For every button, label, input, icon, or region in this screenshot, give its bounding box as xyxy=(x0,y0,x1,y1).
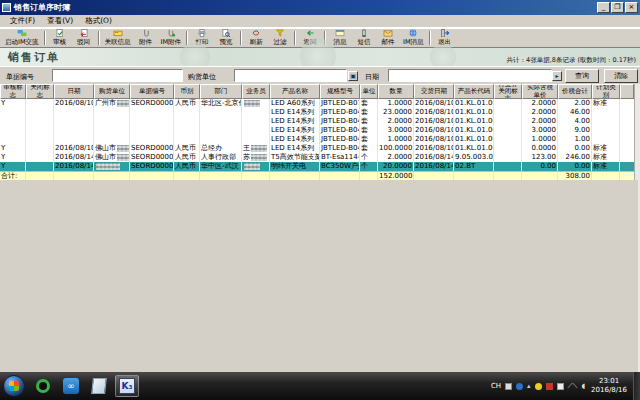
grid-cell-billno[interactable] xyxy=(130,108,174,117)
table-row[interactable]: Y2016/08/14佛山市SEORD000003人民币人事行政部苏T5高效节能… xyxy=(0,153,634,162)
grid-cell-close[interactable] xyxy=(26,135,54,144)
keyboard-icon[interactable] xyxy=(505,383,512,390)
grid-cell-price[interactable]: 2.0000 xyxy=(522,99,558,108)
grid-cell-total[interactable]: 0.00 xyxy=(558,144,592,153)
grid-cell-customer[interactable] xyxy=(94,162,130,171)
grid-cell-longcode[interactable]: 01.KL.01.00 xyxy=(454,117,494,126)
vertical-scrollbar[interactable] xyxy=(634,84,640,180)
grid-cell-date[interactable] xyxy=(54,108,94,117)
grid-cell-total[interactable]: 46.00 xyxy=(558,108,592,117)
grid-cell-customer[interactable] xyxy=(94,135,130,144)
grid-cell-total[interactable]: 4.00 xyxy=(558,117,592,126)
column-header-dept[interactable]: 部门 xyxy=(200,84,242,99)
column-header-rowclose[interactable]: 行业务关闭标志 xyxy=(494,84,522,99)
grid-cell-delivery[interactable]: 2016/08/14 xyxy=(414,162,454,171)
grid-cell-dept[interactable]: 人事行政部 xyxy=(200,153,242,162)
grid-cell-price[interactable]: 3.0000 xyxy=(522,126,558,135)
grid-cell-qty[interactable]: 1.0000 xyxy=(378,135,414,144)
grid-cell-delivery[interactable]: 2016/08/10 xyxy=(414,135,454,144)
column-header-product[interactable]: 产品名称 xyxy=(270,84,320,99)
grid-cell-currency[interactable] xyxy=(174,126,200,135)
grid-cell-audit[interactable] xyxy=(0,108,26,117)
customer-input[interactable] xyxy=(234,69,347,82)
grid-cell-price[interactable]: 0.00 xyxy=(522,162,558,171)
grid-cell-customer[interactable]: 佛山市 xyxy=(94,153,130,162)
table-row[interactable]: Y2016/08/10广州市SEORD000001人民币华北区-北京代LED A… xyxy=(0,99,634,108)
grid-cell-close[interactable] xyxy=(26,126,54,135)
grid-cell-product[interactable]: 明纬开关电 xyxy=(270,162,320,171)
grid-cell-unit[interactable]: 套 xyxy=(360,144,378,153)
grid-cell-unit[interactable]: 个 xyxy=(360,162,378,171)
customer-lookup-icon[interactable]: ▣ xyxy=(348,71,358,81)
filter-button[interactable]: 过滤 xyxy=(268,29,292,47)
grid-cell-billno[interactable] xyxy=(130,135,174,144)
grid-cell-currency[interactable]: 人民币 xyxy=(174,153,200,162)
column-header-unit[interactable]: 单位 xyxy=(360,84,378,99)
grid-cell-rowclose[interactable] xyxy=(494,153,522,162)
query-button[interactable]: 查询 xyxy=(565,69,599,83)
grid-cell-spec[interactable]: JBTLED-B044 xyxy=(320,108,360,117)
grid-cell-product[interactable]: LED E14系列 xyxy=(270,144,320,153)
column-header-price[interactable]: 实际含税单价 xyxy=(522,84,558,99)
grid-cell-date[interactable]: 2016/08/14 xyxy=(54,153,94,162)
grid-cell-salesman[interactable] xyxy=(242,99,270,108)
column-header-longcode[interactable]: 产品长代码 xyxy=(454,84,494,99)
audit-button[interactable]: 审核 xyxy=(48,29,72,47)
grid-cell-customer[interactable] xyxy=(94,108,130,117)
grid-cell-delivery[interactable]: 2016/08/10 xyxy=(414,108,454,117)
grid-cell-spec[interactable]: BC350W户外- xyxy=(320,162,360,171)
grid-cell-salesman[interactable] xyxy=(242,108,270,117)
grid-cell-unit[interactable]: 套 xyxy=(360,99,378,108)
grid-cell-qty[interactable]: 3.0000 xyxy=(378,126,414,135)
grid-cell-delivery[interactable]: 2016/08/10 xyxy=(414,144,454,153)
table-row[interactable]: Y2016/08/14SEORD000004人民币华中区-武汉明纬开关电BC35… xyxy=(0,162,634,171)
taskbar-clock[interactable]: 23:01 2016/8/16 xyxy=(591,377,627,395)
grid-cell-spec[interactable]: BT-Esa114- xyxy=(320,153,360,162)
grid-cell-audit[interactable]: Y xyxy=(0,99,26,108)
grid-cell-salesman[interactable]: 王 xyxy=(242,144,270,153)
grid-cell-spec[interactable]: JBTLED-B044 xyxy=(320,117,360,126)
grid-cell-close[interactable] xyxy=(26,153,54,162)
grid-cell-delivery[interactable]: 2016/08/14 xyxy=(414,153,454,162)
grid-cell-dept[interactable]: 华北区-北京代 xyxy=(200,99,242,108)
refresh-button[interactable]: 刷新 xyxy=(244,29,268,47)
grid-cell-longcode[interactable]: 02.BT xyxy=(454,162,494,171)
grid-cell-total[interactable]: 1.00 xyxy=(558,135,592,144)
grid-cell-unit[interactable]: 个 xyxy=(360,153,378,162)
grid-cell-price[interactable]: 123.00 xyxy=(522,153,558,162)
grid-cell-date[interactable] xyxy=(54,135,94,144)
grid-cell-price[interactable]: 1.0000 xyxy=(522,135,558,144)
grid-cell-delivery[interactable]: 2016/08/10 xyxy=(414,99,454,108)
grid-cell-longcode[interactable]: 01.KL.01.00 xyxy=(454,135,494,144)
grid-cell-plantype[interactable]: 标准 xyxy=(592,99,620,108)
table-row[interactable]: LED E14系列JBTLED-B044套3.00002016/08/1001.… xyxy=(0,126,634,135)
grid-cell-close[interactable] xyxy=(26,117,54,126)
grid-cell-spec[interactable]: JBTLED-B044 xyxy=(320,126,360,135)
attachment-button[interactable]: 附件 xyxy=(134,29,158,47)
grid-cell-customer[interactable] xyxy=(94,126,130,135)
bill-no-input[interactable] xyxy=(52,69,183,82)
start-button[interactable] xyxy=(3,375,25,397)
grid-cell-longcode[interactable]: 01.KL.01.00 xyxy=(454,108,494,117)
table-row[interactable]: LED E14系列JBTLED-B044套2.00002016/08/1001.… xyxy=(0,117,634,126)
im-message-button[interactable]: IM消息 xyxy=(400,29,427,47)
grid-cell-spec[interactable]: JBTLED-B044 xyxy=(320,144,360,153)
date-picker-icon[interactable]: ▸ xyxy=(552,71,562,81)
grid-cell-dept[interactable]: 总经办 xyxy=(200,144,242,153)
related-info-button[interactable]: 关联信息 xyxy=(102,29,134,47)
yellow-tray-icon[interactable] xyxy=(535,383,542,390)
grid-cell-billno[interactable]: SEORD000002 xyxy=(130,144,174,153)
grid-cell-date[interactable] xyxy=(54,126,94,135)
grid-cell-customer[interactable]: 佛山市 xyxy=(94,144,130,153)
column-header-billno[interactable]: 单据编号 xyxy=(130,84,174,99)
grid-cell-unit[interactable]: 套 xyxy=(360,108,378,117)
grid-cell-date[interactable]: 2016/08/10 xyxy=(54,144,94,153)
clear-button[interactable]: 清除 xyxy=(604,69,638,83)
grid-cell-audit[interactable] xyxy=(0,126,26,135)
im-attachment-button[interactable]: IM附件 xyxy=(158,29,185,47)
taskbar-app-2[interactable]: ∞ xyxy=(59,375,83,397)
grid-cell-plantype[interactable] xyxy=(592,108,620,117)
grid-cell-date[interactable]: 2016/08/14 xyxy=(54,162,94,171)
grid-cell-plantype[interactable] xyxy=(592,126,620,135)
grid-cell-currency[interactable]: 人民币 xyxy=(174,144,200,153)
